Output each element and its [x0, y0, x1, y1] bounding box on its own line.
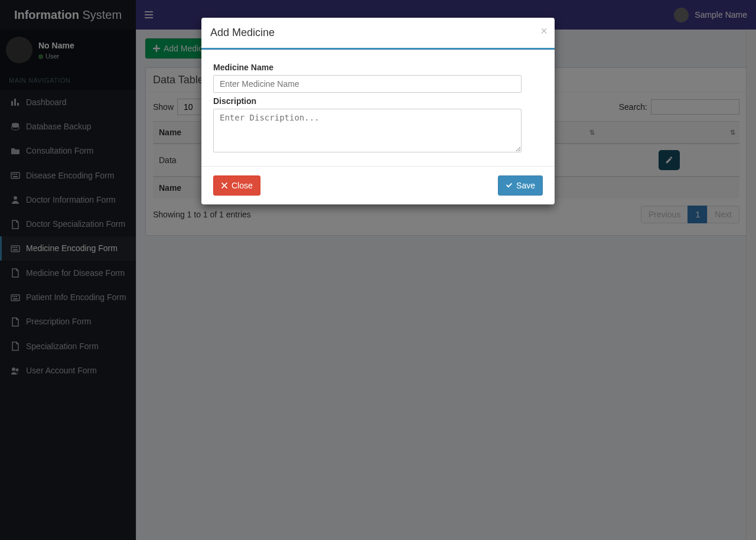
- medicine-name-input[interactable]: [213, 75, 522, 93]
- description-textarea[interactable]: [213, 109, 522, 152]
- modal-close-x[interactable]: ×: [540, 25, 548, 37]
- check-icon: [506, 182, 513, 189]
- modal-title: Add Medicine: [210, 27, 546, 39]
- medicine-name-label: Medicine Name: [213, 63, 543, 72]
- modal-save-button[interactable]: Save: [498, 175, 543, 196]
- add-medicine-modal: Add Medicine × Medicine Name Discription…: [201, 18, 555, 204]
- close-icon: ×: [540, 24, 548, 37]
- description-label: Discription: [213, 96, 543, 106]
- modal-close-button[interactable]: Close: [213, 175, 260, 196]
- close-icon: [221, 182, 228, 189]
